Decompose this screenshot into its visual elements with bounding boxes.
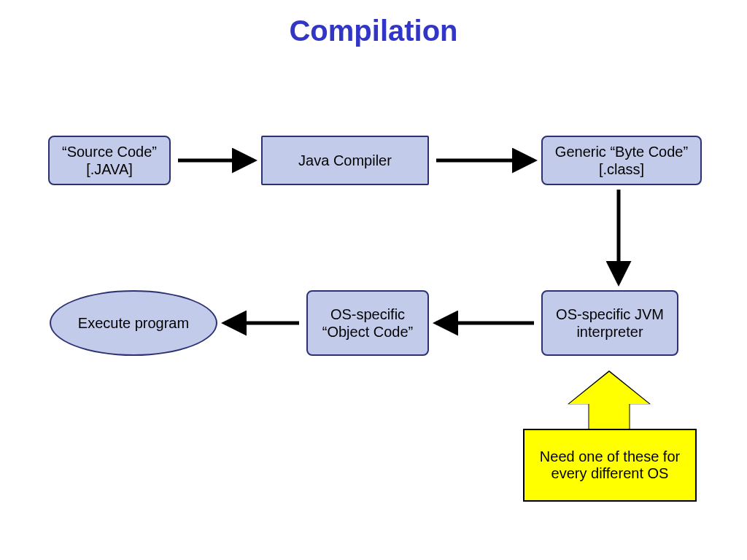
slide-title: Compilation (0, 15, 747, 47)
node-jvm-interpreter: OS-specific JVM interpreter (541, 290, 678, 356)
node-object-code: OS-specific “Object Code” (306, 290, 429, 356)
callout-arrow-icon (569, 372, 649, 430)
node-java-compiler: Java Compiler (261, 136, 429, 185)
callout-note: Need one of these for every different OS (523, 429, 697, 502)
node-source-code: “Source Code” [.JAVA] (48, 136, 171, 185)
node-execute-program: Execute program (50, 290, 217, 356)
node-byte-code: Generic “Byte Code” [.class] (541, 136, 702, 185)
